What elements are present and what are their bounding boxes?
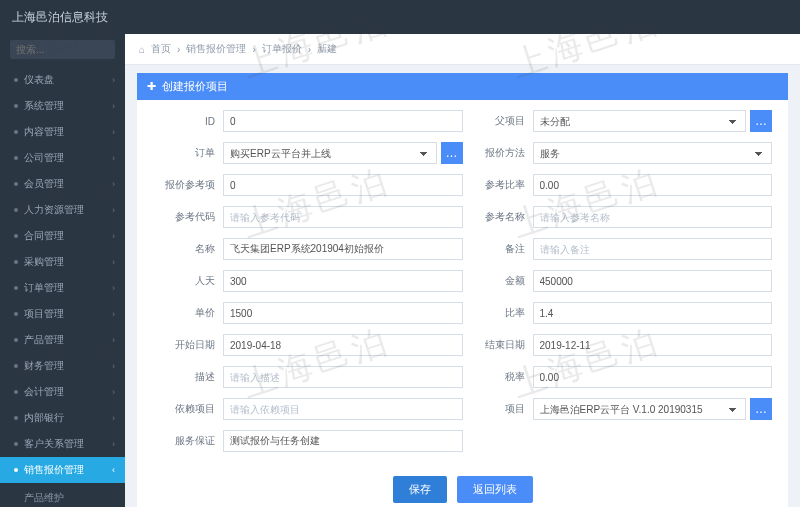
sidebar-item-crm[interactable]: 客户关系管理› (0, 431, 125, 457)
select-method[interactable]: 服务 (533, 142, 773, 164)
label-refcode: 参考代码 (153, 210, 223, 224)
chevron-right-icon: › (112, 309, 115, 319)
sidebar-item-project[interactable]: 项目管理› (0, 301, 125, 327)
chevron-right-icon: › (112, 205, 115, 215)
input-amount[interactable] (533, 270, 773, 292)
chevron-right-icon: › (112, 101, 115, 111)
sidebar-item-system[interactable]: 系统管理› (0, 93, 125, 119)
label-order: 订单 (153, 146, 223, 160)
sidebar-item-label: 订单管理 (24, 281, 64, 295)
order-action-button[interactable]: … (441, 142, 463, 164)
label-dep: 依赖项目 (153, 402, 223, 416)
label-parent: 父项目 (463, 114, 533, 128)
input-refcode[interactable] (223, 206, 463, 228)
sidebar-item-member[interactable]: 会员管理› (0, 171, 125, 197)
chevron-right-icon: › (112, 361, 115, 371)
chevron-right-icon: › (112, 257, 115, 267)
breadcrumb: ⌂ 首页 › 销售报价管理 › 订单报价 › 新建 (125, 34, 800, 65)
label-start: 开始日期 (153, 338, 223, 352)
label-id: ID (153, 116, 223, 127)
back-button[interactable]: 返回列表 (457, 476, 533, 503)
input-svcguar[interactable] (223, 430, 463, 452)
sidebar-item-company[interactable]: 公司管理› (0, 145, 125, 171)
label-method: 报价方法 (463, 146, 533, 160)
save-button[interactable]: 保存 (393, 476, 447, 503)
sidebar-item-label: 人力资源管理 (24, 203, 84, 217)
crumb-c: 新建 (317, 42, 337, 56)
sidebar-item-bank[interactable]: 内部银行› (0, 405, 125, 431)
select-order[interactable]: 购买ERP云平台并上线 (223, 142, 437, 164)
input-manday[interactable] (223, 270, 463, 292)
label-price: 单价 (153, 306, 223, 320)
input-dep[interactable] (223, 398, 463, 420)
label-amount: 金额 (463, 274, 533, 288)
sidebar-item-content[interactable]: 内容管理› (0, 119, 125, 145)
sidebar-item-dashboard[interactable]: 仪表盘› (0, 67, 125, 93)
sidebar-item-purchase[interactable]: 采购管理› (0, 249, 125, 275)
sidebar-search (10, 40, 115, 59)
label-proj: 项目 (463, 402, 533, 416)
sidebar-item-label: 产品管理 (24, 333, 64, 347)
label-baseref: 报价参考项 (153, 178, 223, 192)
sidebar-sub-product[interactable]: 产品维护 (24, 487, 125, 507)
input-id[interactable] (223, 110, 463, 132)
input-start-date[interactable] (223, 334, 463, 356)
input-baseref[interactable] (223, 174, 463, 196)
sidebar: 仪表盘› 系统管理› 内容管理› 公司管理› 会员管理› 人力资源管理› 合同管… (0, 34, 125, 507)
form: ID 父项目未分配… 订单购买ERP云平台并上线… 报价方法服务 报价参考项 参… (137, 100, 788, 468)
sidebar-nav: 仪表盘› 系统管理› 内容管理› 公司管理› 会员管理› 人力资源管理› 合同管… (0, 67, 125, 507)
sidebar-item-order[interactable]: 订单管理› (0, 275, 125, 301)
sidebar-item-sales-quote[interactable]: 销售报价管理‹ (0, 457, 125, 483)
chevron-right-icon: › (112, 439, 115, 449)
sidebar-item-label: 内容管理 (24, 125, 64, 139)
sidebar-item-label: 系统管理 (24, 99, 64, 113)
plus-icon: ✚ (147, 80, 156, 93)
crumb-home[interactable]: 首页 (151, 42, 171, 56)
input-name[interactable] (223, 238, 463, 260)
input-tax[interactable] (533, 366, 773, 388)
chevron-right-icon: › (112, 127, 115, 137)
input-refname[interactable] (533, 206, 773, 228)
select-proj[interactable]: 上海邑泊ERP云平台 V.1.0 20190315 (533, 398, 747, 420)
sidebar-item-label: 财务管理 (24, 359, 64, 373)
select-parent[interactable]: 未分配 (533, 110, 747, 132)
label-desc: 描述 (153, 370, 223, 384)
label-tax: 税率 (463, 370, 533, 384)
label-remark: 备注 (463, 242, 533, 256)
chevron-right-icon: › (112, 179, 115, 189)
sidebar-item-label: 销售报价管理 (24, 463, 84, 477)
crumb-sep: › (308, 44, 311, 55)
sidebar-item-product[interactable]: 产品管理› (0, 327, 125, 353)
sidebar-item-finance[interactable]: 财务管理› (0, 353, 125, 379)
search-input[interactable] (10, 40, 115, 59)
sidebar-item-label: 仪表盘 (24, 73, 54, 87)
chevron-right-icon: › (112, 413, 115, 423)
input-ratio[interactable] (533, 302, 773, 324)
chevron-right-icon: › (112, 283, 115, 293)
chevron-right-icon: › (112, 231, 115, 241)
input-remark[interactable] (533, 238, 773, 260)
chevron-right-icon: › (112, 387, 115, 397)
label-manday: 人天 (153, 274, 223, 288)
sidebar-item-label: 合同管理 (24, 229, 64, 243)
crumb-a[interactable]: 销售报价管理 (186, 42, 246, 56)
input-price[interactable] (223, 302, 463, 324)
label-ratio: 比率 (463, 306, 533, 320)
proj-action-button[interactable]: … (750, 398, 772, 420)
parent-action-button[interactable]: … (750, 110, 772, 132)
sidebar-item-label: 项目管理 (24, 307, 64, 321)
crumb-b[interactable]: 订单报价 (262, 42, 302, 56)
sidebar-item-hr[interactable]: 人力资源管理› (0, 197, 125, 223)
sidebar-item-accounting[interactable]: 会计管理› (0, 379, 125, 405)
panel: ✚ 创建报价项目 ID 父项目未分配… 订单购买ERP云平台并上线… 报价方法服… (137, 73, 788, 507)
input-desc[interactable] (223, 366, 463, 388)
label-svcguar: 服务保证 (153, 434, 223, 448)
input-refrate[interactable] (533, 174, 773, 196)
home-icon[interactable]: ⌂ (139, 44, 145, 55)
input-end-date[interactable] (533, 334, 773, 356)
main: ⌂ 首页 › 销售报价管理 › 订单报价 › 新建 ✚ 创建报价项目 ID 父项… (125, 34, 800, 507)
crumb-sep: › (252, 44, 255, 55)
sidebar-item-contract[interactable]: 合同管理› (0, 223, 125, 249)
label-name: 名称 (153, 242, 223, 256)
sidebar-item-label: 会计管理 (24, 385, 64, 399)
